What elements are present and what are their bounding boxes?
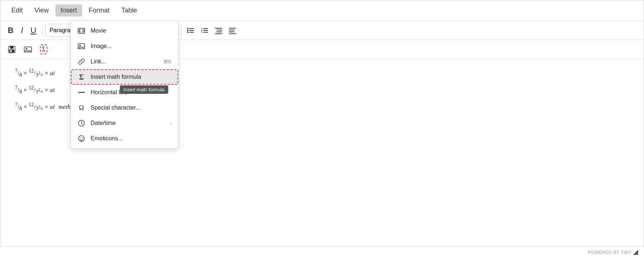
image-icon [24,45,32,54]
svg-rect-16 [229,28,236,29]
menu-item-math-label: Insert math formula [91,74,141,80]
save-icon [8,45,16,54]
svg-rect-7 [203,28,208,29]
math-line-1: 7/8 × 12/32× × ai [15,68,55,78]
svg-point-4 [187,32,189,33]
italic-button[interactable]: I [18,23,26,37]
clock-icon [77,119,85,127]
tiny-logo-icon [633,250,638,255]
svg-rect-1 [189,28,194,29]
ordered-list-button[interactable]: 1 2 3 [198,25,211,36]
indent-left-button[interactable] [226,25,239,36]
svg-point-2 [187,30,189,31]
indent-right-icon [215,26,223,34]
menu-item-link-label: Link... [91,58,106,65]
sigma-button[interactable]: Σ [37,42,50,56]
menu-table[interactable]: Table [116,4,142,16]
menu-item-special-label: Special character... [91,104,140,111]
indent-left-icon [228,26,237,34]
svg-point-25 [26,48,27,49]
svg-point-40 [80,137,81,138]
menu-edit[interactable]: Edit [6,4,28,16]
image-button[interactable] [21,43,35,56]
menu-item-movie-label: Movie [91,27,106,34]
underline-button[interactable]: U [28,23,39,37]
svg-rect-13 [216,30,222,30]
link-icon [77,58,85,66]
bold-button[interactable]: B [5,23,17,37]
menu-item-datetime[interactable]: Date/time › [71,115,178,131]
sigma-menu-icon: Σ [77,73,85,81]
unordered-list-icon [187,26,195,34]
svg-rect-18 [229,32,235,32]
movie-icon [77,27,85,35]
link-shortcut: ⌘K [163,59,172,64]
insert-dropdown-menu: Movie Image... Link... ⌘K Σ Insert math … [70,21,179,149]
menu-item-emoticons[interactable]: Emoticons... [71,131,178,146]
svg-rect-3 [189,30,194,31]
svg-rect-11 [203,32,208,33]
image-menu-icon [77,42,85,50]
menu-item-datetime-label: Date/time [91,120,116,126]
menu-view[interactable]: View [29,4,54,16]
svg-rect-26 [78,28,85,33]
powered-by-label: POWERED BY TINY [588,250,632,255]
menu-item-movie[interactable]: Movie [71,23,178,38]
svg-rect-15 [215,33,222,34]
svg-line-38 [81,123,83,124]
menu-bar: Edit View Insert Format Table [0,0,644,21]
svg-rect-5 [189,32,194,33]
horizontal-line-icon [77,88,85,96]
divider1 [42,25,43,36]
menu-item-link[interactable]: Link... ⌘K [71,54,178,69]
unordered-list-button[interactable] [184,25,197,36]
svg-text:3: 3 [201,31,202,33]
svg-rect-14 [216,32,222,32]
svg-rect-12 [215,28,222,29]
svg-rect-9 [203,30,208,31]
sigma-dashed-indicator: Σ [40,44,47,54]
svg-point-0 [187,28,189,29]
menu-item-image-label: Image... [91,43,112,49]
emoticon-icon [77,134,85,143]
svg-rect-21 [10,46,14,49]
datetime-arrow: › [170,120,172,126]
svg-point-34 [79,45,81,46]
indent-right-button[interactable] [212,25,225,36]
svg-rect-19 [229,33,236,34]
ordered-list-icon: 1 2 3 [201,26,209,34]
menu-item-image[interactable]: Image... [71,38,178,54]
svg-rect-17 [229,30,235,30]
menu-format[interactable]: Format [84,4,115,16]
math-line-3: 7/8 × 12/32× × ai [15,102,55,112]
svg-point-41 [82,137,83,138]
svg-rect-23 [10,50,12,52]
save-button[interactable] [5,43,19,56]
menu-item-math-formula[interactable]: Σ Insert math formula Insert math formul… [71,69,178,85]
menu-item-special-char[interactable]: Ω Special character... [71,100,178,115]
bottom-bar: POWERED BY TINY [0,246,644,258]
divider3 [181,25,182,36]
math-line-2: 7/8 × 12/32× × ai [15,85,55,95]
menu-insert[interactable]: Insert [55,4,82,16]
omega-icon: Ω [77,104,85,112]
menu-item-emoticons-label: Emoticons... [91,135,123,142]
math-formula-tooltip: Insert math formula [120,85,168,94]
